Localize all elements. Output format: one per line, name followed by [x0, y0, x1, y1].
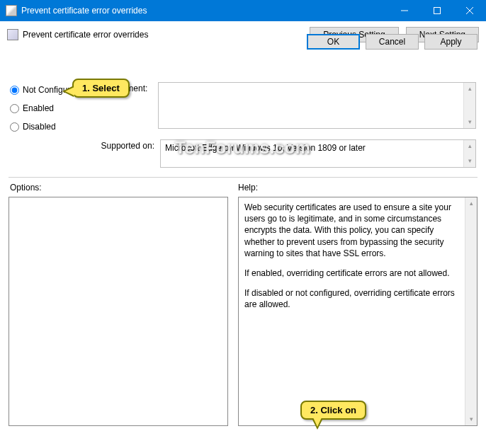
titlebar: Prevent certificate error overrides [0, 0, 486, 21]
help-paragraph-1: Web security certificates are used to en… [244, 202, 461, 259]
comment-textarea[interactable] [159, 83, 463, 128]
window-controls [388, 0, 486, 21]
scroll-down-icon: ▾ [468, 116, 472, 128]
cancel-button[interactable]: Cancel [366, 34, 419, 50]
supported-text: Microsoft Edge on Windows 10, Version 18… [160, 139, 476, 168]
radio-disabled-input[interactable] [10, 122, 19, 132]
supported-label: Supported on: [99, 139, 154, 168]
maximize-button[interactable] [421, 0, 453, 21]
policy-icon [7, 29, 18, 40]
scroll-up-icon: ▴ [468, 140, 472, 152]
radio-enabled[interactable]: Enabled [10, 103, 80, 113]
comment-field-wrap: ▴▾ [158, 82, 476, 129]
options-label: Options: [10, 183, 42, 193]
scroll-down-icon: ▾ [470, 413, 473, 425]
window-title: Prevent certificate error overrides [21, 6, 388, 16]
apply-button[interactable]: Apply [424, 34, 477, 50]
annotation-callout-2: 2. Click on [300, 401, 366, 420]
help-box: Web security certificates are used to en… [238, 197, 477, 426]
separator [9, 177, 477, 178]
window-icon [6, 5, 17, 16]
close-icon [466, 7, 473, 14]
comment-scrollbar[interactable]: ▴▾ [463, 83, 475, 128]
help-paragraph-3: If disabled or not configured, overridin… [244, 287, 461, 310]
policy-title: Prevent certificate error overrides [23, 30, 310, 40]
help-label: Help: [238, 183, 258, 193]
close-button[interactable] [453, 0, 486, 21]
supported-scrollbar: ▴▾ [463, 140, 475, 167]
radio-enabled-input[interactable] [10, 104, 19, 113]
supported-row: Supported on: Microsoft Edge on Windows … [99, 139, 476, 168]
options-box [9, 197, 228, 426]
help-scrollbar[interactable]: ▴▾ [465, 197, 477, 425]
comment-row: Comment: ▴▾ [108, 82, 476, 129]
minimize-icon [401, 7, 408, 14]
scroll-down-icon: ▾ [468, 155, 472, 167]
radio-disabled-label: Disabled [23, 122, 56, 132]
scroll-up-icon: ▴ [468, 83, 472, 95]
minimize-button[interactable] [388, 0, 421, 21]
annotation-callout-1: 1. Select [72, 79, 130, 98]
dialog-content: Prevent certificate error overrides Prev… [0, 21, 486, 57]
scroll-up-icon: ▴ [470, 197, 473, 209]
ok-button[interactable]: OK [307, 34, 360, 50]
dialog-buttons: OK Cancel Apply [307, 34, 477, 50]
svg-rect-1 [434, 8, 441, 14]
supported-text-value: Microsoft Edge on Windows 10, Version 18… [165, 143, 366, 153]
maximize-icon [434, 7, 441, 14]
radio-not-configured-input[interactable] [10, 86, 19, 95]
radio-disabled[interactable]: Disabled [10, 122, 80, 132]
help-paragraph-2: If enabled, overriding certificate error… [244, 268, 461, 279]
radio-enabled-label: Enabled [23, 103, 54, 113]
